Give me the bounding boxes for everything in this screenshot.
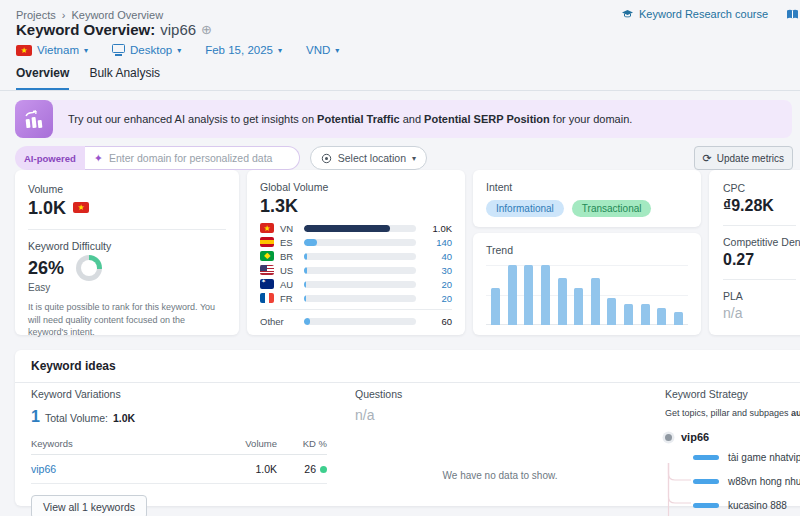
volume-bar-fill [304,253,307,260]
add-to-list-icon[interactable]: ⊕ [201,22,212,37]
domain-input[interactable] [109,152,290,164]
keywords-table: Keywords Volume KD % vip661.0K26 [31,438,327,484]
sparkle-icon: ✦ [94,152,103,165]
tab-divider [0,90,800,91]
vietnam-flag-icon [16,45,32,56]
strategy-child-node[interactable]: kucasino 888 [693,500,800,511]
trend-bar [641,304,650,325]
global-volume-row[interactable]: Other60 [260,309,452,327]
difficulty-description: It is quite possible to rank for this ke… [28,301,226,339]
view-all-keywords-button[interactable]: View all 1 keywords [31,495,147,516]
vn-flag-icon [260,223,274,233]
keyword-strategy-column: Keyword Strategy Get topics, pillar and … [665,388,800,511]
date-selector[interactable]: Feb 15, 2025 ▾ [205,44,282,56]
volume-bar-fill [304,295,306,302]
global-volume-row[interactable]: ES140 [260,238,452,246]
intent-label: Intent [486,181,688,193]
global-volume-row[interactable]: VN1.0K [260,224,452,232]
volume-bar-track [304,267,416,274]
country-volume-value: 30 [422,265,452,276]
filter-bar: Vietnam ▾ Desktop ▾ Feb 15, 2025 ▾ VND ▾ [16,44,339,56]
country-volume-value: 60 [422,316,452,327]
global-volume-row[interactable]: BR40 [260,252,452,260]
device-selector[interactable]: Desktop ▾ [112,44,181,56]
title-keyword: vip66 [160,21,196,38]
update-metrics-button[interactable]: ⟳ Update metrics [694,146,793,170]
select-location-button[interactable]: Select location ▾ [310,146,427,170]
intent-pill-informational[interactable]: Informational [486,200,564,217]
cpc-card: CPC ₫9.28K Competitive Density 0.27 PLA … [709,170,800,335]
intent-card: Intent InformationalTransactional [473,170,701,227]
trend-bar [624,304,633,325]
strategy-node-bar-icon [693,479,719,484]
strategy-child-node[interactable]: tài game nhatvip [693,452,800,463]
keyword-variations-label: Keyword Variations [31,388,327,400]
keyword-variations-column: Keyword Variations 1 Total Volume: 1.0K … [31,388,327,516]
location-icon [321,153,332,164]
desktop-icon [112,44,125,53]
global-volume-label: Global Volume [260,181,452,193]
currency-selector[interactable]: VND ▾ [306,44,339,56]
us-flag-icon [260,265,274,275]
tab-overview[interactable]: Overview [16,66,69,91]
keywords-table-header: Keywords Volume KD % [31,438,327,455]
variations-total: 1 Total Volume: 1.0K [31,408,327,426]
keyword-volume: 1.0K [225,463,277,475]
country-volume-value: 20 [422,293,452,304]
questions-label: Questions [355,388,645,400]
trend-bar [491,288,500,325]
volume-label: Volume [28,183,226,195]
topright-links: Keyword Research course U [621,8,800,20]
divider [723,225,796,226]
keyword-table-row[interactable]: vip661.0K26 [31,455,327,484]
strategy-root-node[interactable]: vip66 [665,431,800,443]
tab-bulk-analysis[interactable]: Bulk Analysis [89,66,160,91]
trend-bar [541,265,550,325]
volume-bar-fill [304,281,306,288]
breadcrumb-projects[interactable]: Projects [16,9,56,21]
variations-count: 1 [31,408,40,426]
strategy-child-keyword: kucasino 888 [728,500,787,511]
trend-bar [657,308,666,325]
global-volume-row[interactable]: US30 [260,266,452,274]
cpc-label: CPC [723,182,800,194]
volume-bar-fill [304,239,317,246]
volume-bar-fill [304,225,390,232]
ai-chart-doodle-icon [15,100,53,138]
country-volume-value: 1.0K [422,223,452,234]
global-volume-row[interactable]: AU20 [260,280,452,288]
keyword-strategy-label: Keyword Strategy [665,388,800,400]
keyword-overview-page: Projects › Keyword Overview Keyword Rese… [0,0,800,516]
strategy-child-keyword: tài game nhatvip [728,452,800,463]
trend-bar [524,265,533,325]
country-code: ES [280,237,298,248]
country-volume-value: 20 [422,279,452,290]
breadcrumb: Projects › Keyword Overview [16,9,163,21]
trend-bar [574,288,583,325]
global-volume-rows: VN1.0KES140BR40US30AU20FR20Other60 [260,224,452,327]
chevron-down-icon: ▾ [278,46,282,55]
user-manual-link[interactable]: U [786,8,800,20]
global-volume-total: 1.3K [260,196,452,217]
global-volume-row[interactable]: FR20 [260,294,452,302]
keyword-difficulty-label: Keyword Difficulty [28,240,226,252]
trend-bar [591,278,600,325]
breadcrumb-current: Keyword Overview [71,9,163,21]
vietnam-flag-icon [73,202,89,213]
empty-data-message: We have no data to show. [355,470,645,481]
country-code: BR [280,251,298,262]
strategy-subtitle: Get topics, pillar and subpages automati… [665,408,800,418]
country-code: Other [260,316,298,327]
volume-bar-track [304,318,416,325]
strategy-child-node[interactable]: w88vn hong nhung [693,476,800,487]
strategy-root-keyword: vip66 [681,431,709,443]
ai-analysis-banner: Try out our enhanced AI analysis to get … [15,100,792,138]
volume-bar-track [304,239,416,246]
country-volume-value: 140 [422,237,452,248]
intent-pill-transactional[interactable]: Transactional [572,200,652,217]
total-volume-value: 1.0K [113,412,135,424]
keyword-research-course-link[interactable]: Keyword Research course [621,8,768,20]
keyword-link[interactable]: vip66 [31,463,225,475]
country-code: AU [280,279,298,290]
country-selector[interactable]: Vietnam ▾ [16,44,88,56]
